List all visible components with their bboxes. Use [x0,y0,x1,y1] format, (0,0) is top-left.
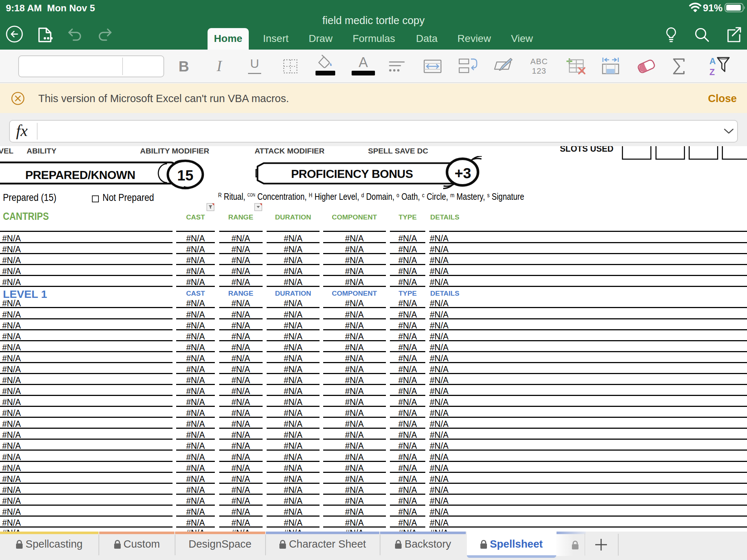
svg-text:A: A [709,56,716,66]
svg-text:A: A [359,55,368,70]
svg-text:Z: Z [709,67,715,77]
